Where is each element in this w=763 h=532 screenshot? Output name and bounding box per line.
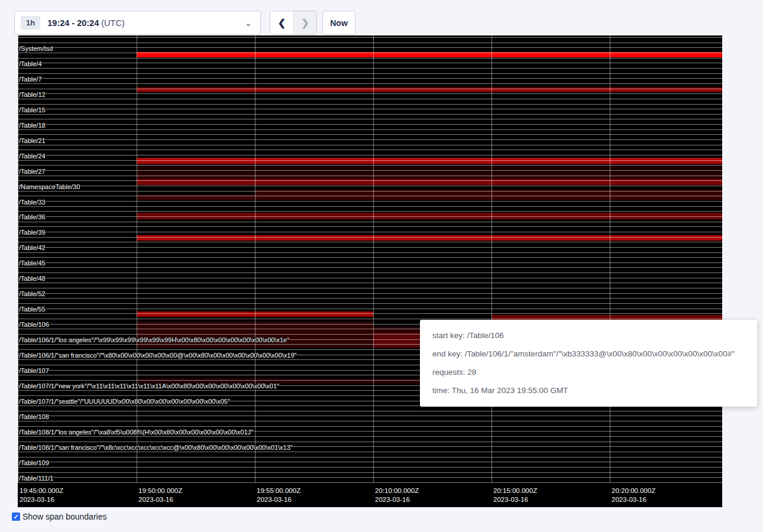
- span-boundary-line: [18, 104, 722, 105]
- time-zone-label: (UTC): [101, 18, 124, 28]
- span-key-label: /Table/107: [19, 367, 49, 375]
- span-boundary-line: [18, 298, 722, 299]
- span-boundary-line: [18, 242, 722, 242]
- span-boundary-line: [18, 222, 722, 222]
- span-boundaries-control: ✓ Show span boundaries: [12, 512, 106, 521]
- span-boundary-line: [18, 411, 722, 411]
- span-key-label: /Table/12: [19, 91, 46, 99]
- span-key-label: /Table/111/1: [19, 475, 53, 482]
- span-boundary-line: [18, 89, 722, 89]
- duration-badge: 1h: [21, 16, 40, 30]
- span-boundary-line: [18, 267, 722, 268]
- heat-band[interactable]: [137, 235, 722, 241]
- span-boundary-line: [18, 319, 722, 319]
- heat-band[interactable]: [137, 174, 722, 179]
- span-key-label: /Table/108: [19, 413, 49, 421]
- span-boundary-line: [18, 78, 722, 79]
- span-key-label: /Table/107/1/"seattle"/"UUUUUUD\x00\x80\…: [19, 398, 230, 406]
- span-boundary-line: [18, 232, 722, 232]
- span-boundary-line: [18, 436, 722, 437]
- span-boundary-line: [18, 442, 722, 442]
- time-axis-label: 19:45:00.000Z 2023-03-16: [20, 486, 63, 504]
- span-key-label: /Table/48: [19, 275, 46, 283]
- span-key-label: /Table/52: [19, 290, 46, 298]
- now-button[interactable]: Now: [322, 11, 355, 35]
- span-boundary-line: [18, 150, 722, 150]
- span-boundary-line: [18, 155, 722, 155]
- show-span-boundaries-checkbox[interactable]: ✓: [12, 512, 20, 521]
- tooltip-start-key: start key: /Table/106: [432, 331, 745, 340]
- span-boundary-line: [18, 196, 722, 196]
- span-key-label: /Table/39: [19, 229, 46, 236]
- span-key-label: /Table/106/1/"los angeles"/"\x99\x99\x99…: [19, 336, 289, 344]
- span-key-label: /Table/109: [19, 459, 49, 467]
- time-axis-label: 19:55:00.000Z 2023-03-16: [257, 486, 300, 504]
- show-span-boundaries-label: Show span boundaries: [22, 512, 106, 521]
- span-boundary-line: [18, 134, 722, 135]
- time-range-dropdown[interactable]: 1h 19:24 - 20:24 (UTC) ⌄: [14, 11, 261, 35]
- span-boundary-line: [18, 186, 722, 186]
- tooltip-requests: requests: 28: [432, 368, 745, 377]
- time-axis-label: 20:20:00.000Z 2023-03-16: [612, 486, 655, 504]
- span-boundary-line: [18, 421, 722, 421]
- span-boundary-line: [18, 457, 722, 458]
- heat-band[interactable]: [137, 158, 722, 164]
- tooltip-end-key: end key: /Table/106/1/"amsterdam"/"\xb33…: [432, 349, 745, 358]
- span-boundary-line: [18, 262, 722, 263]
- span-boundary-line: [18, 124, 722, 125]
- keyvis-heatmap[interactable]: /System/tsd/Table/4/Table/7/Table/12/Tab…: [18, 35, 722, 507]
- prev-range-button[interactable]: ❮: [270, 11, 293, 34]
- span-boundary-line: [18, 452, 722, 452]
- time-gridline: [610, 35, 610, 482]
- span-boundary-line: [18, 176, 722, 176]
- span-boundary-line: [18, 114, 722, 115]
- next-range-button[interactable]: ❯: [293, 11, 316, 34]
- span-boundary-line: [18, 63, 722, 63]
- span-boundary-line: [18, 313, 722, 314]
- time-range-nav: ❮ ❯: [270, 11, 317, 35]
- span-boundary-line: [18, 170, 722, 171]
- span-boundary-line: [18, 462, 722, 462]
- time-axis-label: 19:50:00.000Z 2023-03-16: [138, 486, 182, 504]
- span-key-label: /NamespaceTable/30: [19, 183, 80, 191]
- span-boundary-line: [18, 477, 722, 478]
- span-boundary-line: [18, 252, 722, 253]
- span-key-label: /Table/36: [19, 213, 46, 221]
- span-key-label: /Table/18: [19, 122, 46, 129]
- span-boundary-line: [18, 99, 722, 99]
- span-key-label: /Table/107/1/"new york"/"\x11\x11\x11\x1…: [19, 382, 279, 390]
- span-boundary-line: [18, 109, 722, 109]
- span-boundary-line: [18, 73, 722, 74]
- span-key-label: /Table/108/1/"los angeles"/"\xa8\xf5\u00…: [19, 429, 253, 436]
- time-axis-label: 20:15:00.000Z 2023-03-16: [493, 486, 537, 504]
- span-boundary-line: [18, 53, 722, 53]
- span-boundary-line: [18, 93, 722, 94]
- span-key-label: /Table/21: [19, 137, 46, 145]
- tooltip-time: time: Thu, 16 Mar 2023 19:55:00 GMT: [432, 386, 745, 395]
- span-key-label: /Table/45: [19, 259, 46, 267]
- span-key-label: /Table/106: [19, 321, 49, 329]
- span-boundary-line: [18, 160, 722, 161]
- chevron-right-icon: ❯: [301, 17, 309, 28]
- span-boundary-line: [18, 482, 722, 483]
- span-boundary-line: [18, 309, 722, 309]
- span-key-label: /Table/55: [19, 306, 46, 313]
- span-key-label: /Table/108/1/"san francisco"/"\x8c\xcc\x…: [19, 444, 293, 452]
- span-boundary-line: [18, 47, 722, 48]
- span-boundary-line: [18, 43, 722, 43]
- span-boundary-line: [18, 257, 722, 258]
- time-gridline: [255, 35, 256, 482]
- span-boundary-line: [18, 37, 722, 38]
- chevron-left-icon: ❮: [278, 17, 286, 28]
- span-key-label: /System/tsd: [19, 45, 53, 53]
- span-boundary-line: [18, 293, 722, 294]
- span-boundary-line: [18, 206, 722, 207]
- span-boundary-line: [18, 140, 722, 140]
- span-boundary-line: [18, 278, 722, 278]
- span-boundary-line: [18, 247, 722, 248]
- span-key-label: /Table/27: [19, 168, 46, 176]
- chevron-down-icon: ⌄: [244, 20, 252, 26]
- time-range-label: 19:24 - 20:24 (UTC): [47, 18, 125, 28]
- span-boundary-line: [18, 191, 722, 192]
- check-icon: ✓: [13, 513, 18, 521]
